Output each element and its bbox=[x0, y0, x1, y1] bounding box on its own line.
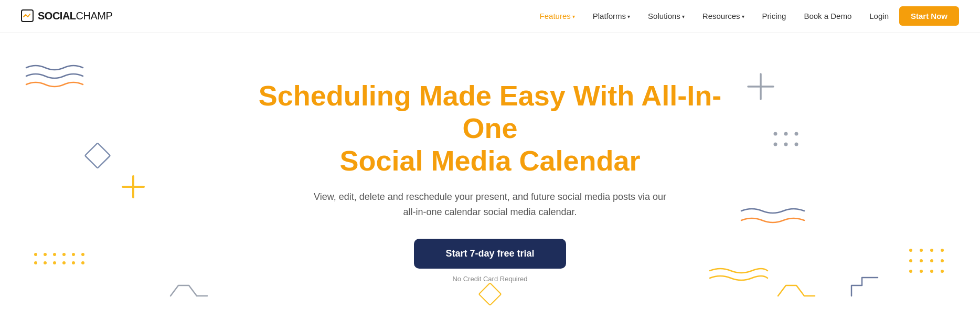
deco-waves-yellow-right bbox=[707, 264, 770, 285]
svg-point-20 bbox=[795, 132, 798, 136]
svg-point-34 bbox=[930, 270, 933, 273]
svg-point-30 bbox=[930, 259, 933, 262]
deco-squiggle-orange-right bbox=[775, 280, 817, 303]
chevron-down-icon: ▾ bbox=[572, 14, 575, 19]
svg-rect-36 bbox=[479, 283, 501, 305]
nav-item-login[interactable]: Login bbox=[862, 7, 896, 25]
chevron-down-icon: ▾ bbox=[627, 14, 630, 19]
nav-item-solutions[interactable]: Solutions ▾ bbox=[641, 7, 692, 25]
start-trial-button[interactable]: Start 7-day free trial bbox=[414, 239, 566, 269]
deco-plus-left bbox=[121, 174, 146, 201]
deco-dots-bottom-right bbox=[907, 246, 949, 290]
svg-point-32 bbox=[909, 270, 912, 273]
hero-section: Scheduling Made Easy With All-In-One Soc… bbox=[0, 33, 980, 319]
deco-diamond-bottom-center bbox=[478, 283, 502, 309]
navbar: SOCIALCHAMP Features ▾ Platforms ▾ Solut… bbox=[0, 0, 980, 33]
svg-point-22 bbox=[784, 143, 788, 146]
nav-item-resources[interactable]: Resources ▾ bbox=[695, 7, 752, 25]
svg-point-5 bbox=[44, 253, 47, 256]
svg-point-12 bbox=[53, 261, 56, 264]
start-now-button[interactable]: Start Now bbox=[899, 6, 959, 26]
svg-point-33 bbox=[920, 270, 923, 273]
svg-point-18 bbox=[774, 132, 777, 136]
svg-point-6 bbox=[53, 253, 56, 256]
svg-point-21 bbox=[774, 143, 777, 146]
logo-icon bbox=[21, 9, 35, 23]
svg-point-23 bbox=[795, 143, 798, 146]
nav-item-features[interactable]: Features ▾ bbox=[532, 7, 582, 25]
chevron-down-icon: ▾ bbox=[682, 14, 685, 19]
svg-point-14 bbox=[72, 261, 75, 264]
svg-point-9 bbox=[81, 253, 84, 256]
nav-item-platforms[interactable]: Platforms ▾ bbox=[585, 7, 637, 25]
svg-point-28 bbox=[909, 259, 912, 262]
svg-point-4 bbox=[34, 253, 37, 256]
deco-waves-top-left bbox=[21, 61, 94, 92]
svg-point-19 bbox=[784, 132, 788, 136]
nav-item-book-demo[interactable]: Book a Demo bbox=[796, 7, 859, 25]
svg-point-8 bbox=[72, 253, 75, 256]
nav-item-pricing[interactable]: Pricing bbox=[755, 7, 794, 25]
svg-point-11 bbox=[44, 261, 47, 264]
deco-diamond-left bbox=[84, 143, 111, 172]
svg-point-26 bbox=[930, 249, 933, 252]
svg-point-10 bbox=[34, 261, 37, 264]
svg-point-15 bbox=[81, 261, 84, 264]
svg-point-27 bbox=[941, 249, 944, 252]
svg-point-13 bbox=[62, 261, 66, 264]
deco-dots-top-right bbox=[771, 130, 807, 156]
svg-rect-1 bbox=[85, 143, 110, 168]
deco-dots-bottom-left bbox=[31, 250, 89, 269]
hero-note: No Credit Card Required bbox=[452, 275, 527, 283]
deco-waves-right bbox=[739, 206, 807, 234]
svg-point-25 bbox=[920, 249, 923, 252]
svg-point-7 bbox=[62, 253, 66, 256]
nav-links: Features ▾ Platforms ▾ Solutions ▾ Resou… bbox=[532, 6, 959, 26]
svg-point-24 bbox=[909, 249, 912, 252]
hero-subtitle: View, edit, delete and reschedule your p… bbox=[306, 189, 674, 220]
logo-text: SOCIALCHAMP bbox=[38, 10, 112, 22]
svg-point-35 bbox=[941, 270, 944, 273]
deco-plus-top-right bbox=[746, 72, 775, 103]
hero-title: Scheduling Made Easy With All-In-One Soc… bbox=[254, 79, 726, 177]
chevron-down-icon: ▾ bbox=[742, 14, 744, 19]
deco-squiggle-bottom-left bbox=[168, 280, 210, 303]
deco-step-bottom-right bbox=[849, 275, 886, 303]
svg-point-31 bbox=[941, 259, 944, 262]
logo[interactable]: SOCIALCHAMP bbox=[21, 9, 112, 23]
svg-point-29 bbox=[920, 259, 923, 262]
